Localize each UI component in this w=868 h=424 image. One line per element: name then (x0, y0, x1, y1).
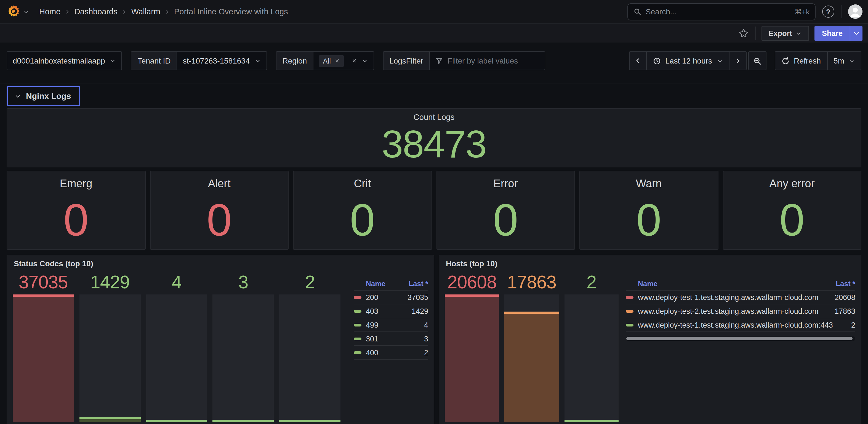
hosts-panel: Hosts (top 10) 20608 17863 2 (439, 255, 861, 424)
grafana-app: Home Dashboards Wallarm Portal Inline Ov… (0, 0, 868, 424)
time-zoom-out-button[interactable] (748, 52, 766, 69)
panel-title[interactable]: Error (493, 177, 518, 190)
logs-filter-control[interactable]: LogsFilter Filter by label values (383, 51, 545, 70)
share-button[interactable]: Share (815, 26, 850, 40)
legend-last-header[interactable]: Last * (409, 280, 428, 288)
legend-row[interactable]: www.deploy-test-1.test.staging.aws.walla… (626, 318, 855, 332)
refresh-button[interactable]: Refresh (775, 52, 827, 69)
series-color-pill (626, 296, 633, 299)
refresh-interval-dropdown[interactable]: 5m (827, 52, 861, 69)
search-input[interactable]: Search... ⌘+k (627, 3, 815, 20)
stat-panel-warn: Warn 0 (580, 171, 718, 250)
bar-gauge-group: 20608 17863 2 (445, 270, 626, 422)
tenant-variable-dropdown[interactable]: Tenant ID st-107263-1581634 (131, 51, 267, 70)
help-button[interactable]: ? (822, 5, 834, 18)
series-color-pill (626, 310, 633, 312)
search-icon (633, 8, 641, 16)
legend-row[interactable]: 200 37035 (354, 290, 428, 304)
bar-value-label: 20608 (445, 270, 499, 294)
legend-row[interactable]: 400 2 (354, 346, 428, 360)
chevron-down-icon (23, 8, 29, 15)
legend-series-name: www.deploy-test-1.test.staging.aws.walla… (638, 321, 833, 329)
question-mark-icon: ? (826, 7, 831, 16)
legend-series-name: 200 (366, 293, 378, 301)
panel-title[interactable]: Alert (208, 177, 230, 190)
breadcrumb: Home Dashboards Wallarm Portal Inline Ov… (39, 7, 288, 16)
breadcrumb-current-dashboard: Portal Inline Overview with Logs (174, 7, 288, 16)
time-shift-back-button[interactable] (629, 52, 646, 69)
legend-series-value: 3 (418, 335, 428, 343)
breadcrumb-separator-icon (121, 8, 127, 15)
severity-stats-row: Emerg 0 Alert 0 Crit 0 Error 0 Warn 0 An… (7, 171, 861, 250)
legend-row[interactable]: 301 3 (354, 332, 428, 346)
clear-selection-icon[interactable] (351, 58, 357, 63)
bar-column: 4 (146, 270, 207, 422)
breadcrumb-dashboards[interactable]: Dashboards (74, 7, 117, 16)
bar-value-label: 1429 (80, 270, 141, 294)
org-switcher[interactable] (7, 4, 29, 19)
region-selected-chip[interactable]: All (319, 55, 343, 66)
legend-row[interactable]: www.deploy-test-1.test.staging.aws.walla… (626, 290, 855, 304)
legend-scrollbar-thumb[interactable] (626, 337, 852, 340)
panel-title[interactable]: Count Logs (413, 113, 455, 121)
chart-legend: Name Last * www.deploy-test-1.test.stagi… (626, 270, 855, 422)
chevron-down-icon (254, 57, 261, 64)
series-color-pill (626, 323, 633, 326)
stat-panel-alert: Alert 0 (150, 171, 288, 250)
app-variable-dropdown[interactable]: d0001ainboxatestmailaapp (7, 51, 122, 70)
person-icon (848, 4, 863, 19)
tenant-variable-value: st-107263-1581634 (183, 56, 250, 65)
bar-column: 2 (279, 270, 340, 422)
chevron-down-icon (14, 92, 21, 99)
chevron-right-icon (734, 57, 741, 65)
legend-row[interactable]: www.deploy-test-2.test.staging.aws.walla… (626, 304, 855, 318)
legend-series-name: 400 (366, 348, 378, 357)
bar-track (505, 294, 559, 422)
bar-value-label: 37035 (13, 270, 74, 294)
panel-title[interactable]: Hosts (top 10) (439, 255, 861, 268)
legend-series-value: 20608 (829, 293, 855, 301)
panel-title[interactable]: Status Codes (top 10) (7, 255, 434, 268)
star-dashboard-button[interactable] (737, 27, 750, 39)
legend-series-name: 301 (366, 335, 378, 343)
time-range-label: Last 12 hours (665, 56, 712, 65)
breadcrumb-separator-icon (64, 8, 70, 15)
export-label: Export (768, 29, 792, 37)
user-avatar[interactable] (848, 4, 863, 19)
legend-row[interactable]: 499 4 (354, 318, 428, 332)
legend-series-value: 1429 (406, 307, 428, 315)
legend-series-name: www.deploy-test-1.test.staging.aws.walla… (638, 293, 818, 301)
chevron-down-icon (110, 57, 116, 64)
legend-last-header[interactable]: Last * (836, 280, 855, 288)
nginx-logs-row-toggle[interactable]: Nginx Logs (7, 86, 80, 106)
panel-title[interactable]: Crit (354, 177, 371, 190)
time-controls: Last 12 hours Refresh (629, 51, 861, 70)
row-section-title: Nginx Logs (26, 91, 71, 101)
bar-value-label: 3 (213, 270, 274, 294)
time-range-picker[interactable]: Last 12 hours (646, 52, 728, 69)
chevron-down-icon (849, 58, 855, 64)
legend-name-header[interactable]: Name (638, 280, 657, 288)
nav-right: Search... ⌘+k ? (627, 3, 863, 20)
remove-chip-icon[interactable] (334, 58, 340, 63)
share-menu-button[interactable] (850, 26, 863, 40)
panel-title[interactable]: Any error (769, 177, 815, 190)
stat-value: 0 (493, 190, 518, 249)
bar-track (146, 294, 207, 422)
breadcrumb-wallarm[interactable]: Wallarm (131, 7, 160, 16)
time-shift-forward-button[interactable] (728, 52, 746, 69)
bar-track (279, 294, 340, 422)
legend-header: Name Last * (354, 277, 428, 290)
export-button[interactable]: Export (761, 26, 809, 40)
region-variable-dropdown[interactable]: Region All (276, 51, 374, 70)
stat-panel-any-error: Any error 0 (722, 171, 861, 250)
panel-title[interactable]: Warn (636, 177, 662, 190)
bar-column: 20608 (445, 270, 499, 422)
count-logs-value: 38473 (381, 121, 486, 167)
panel-title[interactable]: Emerg (60, 177, 92, 190)
breadcrumb-home[interactable]: Home (39, 7, 60, 16)
chevron-left-icon (634, 57, 642, 65)
legend-row[interactable]: 403 1429 (354, 304, 428, 318)
legend-series-name: www.deploy-test-2.test.staging.aws.walla… (638, 307, 818, 315)
legend-name-header[interactable]: Name (366, 280, 385, 288)
